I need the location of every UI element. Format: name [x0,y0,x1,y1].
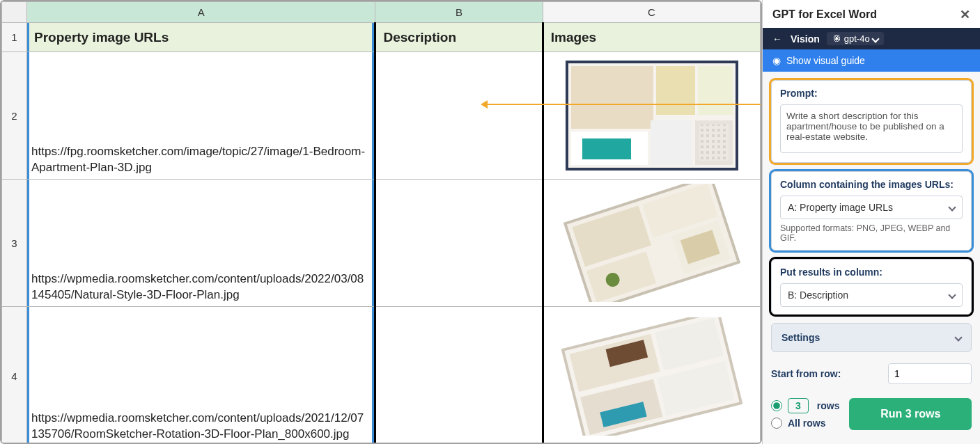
svg-rect-6 [651,120,692,165]
cell-a2[interactable]: https://fpg.roomsketcher.com/image/topic… [27,52,375,180]
output-column-box: Put results in column: B: Description [771,259,972,315]
visual-guide-button[interactable]: ◉ Show visual guide [763,49,980,72]
cell-c2[interactable] [543,52,760,180]
image-column-hint: Supported formats: PNG, JPEG, WEBP and G… [780,223,963,243]
visual-guide-label: Show visual guide [786,55,865,66]
svg-rect-1 [571,66,653,129]
model-name: gpt-4o [844,33,870,44]
header-cell-c1[interactable]: Images [543,23,760,52]
cell-a3[interactable]: https://wpmedia.roomsketcher.com/content… [27,180,375,307]
header-cell-a1[interactable]: Property image URLs [27,23,375,52]
col-header-c[interactable]: C [543,2,760,23]
prompt-label: Prompt: [780,88,963,99]
chevron-down-icon [948,203,956,211]
all-rows-radio[interactable]: All rows [771,418,839,429]
spreadsheet[interactable]: A B C 1 Property image URLs Description … [0,0,762,444]
select-all-corner[interactable] [2,2,27,23]
n-rows-radio[interactable]: 3 rows [771,398,839,413]
settings-accordion[interactable]: Settings [771,323,972,352]
cell-b3[interactable] [375,180,543,307]
cell-b4[interactable] [375,307,543,445]
model-selector[interactable]: ֎ gpt-4o [827,32,884,45]
settings-label: Settings [781,332,820,343]
row-header-4[interactable]: 4 [2,307,27,445]
eye-icon: ◉ [772,55,781,66]
svg-rect-8 [699,125,729,161]
panel-section: Vision [791,33,820,45]
row-header-1[interactable]: 1 [2,23,27,52]
prompt-box: Prompt: [771,80,972,163]
image-column-select[interactable]: A: Property image URLs [780,196,963,219]
close-icon[interactable]: ✕ [960,7,970,22]
floorplan-image [561,317,742,436]
start-row-label: Start from row: [771,368,841,379]
output-column-label: Put results in column: [780,267,963,278]
col-header-a[interactable]: A [27,2,375,23]
cell-c3[interactable] [543,180,760,307]
prompt-textarea[interactable] [780,104,963,153]
image-column-box: Column containing the images URLs: A: Pr… [771,171,972,251]
image-column-value: A: Property image URLs [788,202,893,213]
run-button[interactable]: Run 3 rows [849,398,972,430]
all-rows-label: All rows [788,418,825,429]
chevron-down-icon [871,35,879,42]
column-header-row: A B C [2,2,761,23]
model-logo-icon: ֎ [832,33,841,44]
annotation-arrow [482,104,762,105]
col-header-b[interactable]: B [375,2,543,23]
output-column-select[interactable]: B: Description [780,283,963,307]
start-row-input[interactable] [888,363,972,384]
back-icon[interactable]: ← [771,33,784,45]
image-column-label: Column containing the images URLs: [780,179,963,190]
svg-rect-3 [698,66,733,115]
cell-a4[interactable]: https://wpmedia.roomsketcher.com/content… [27,307,375,445]
svg-rect-5 [582,138,631,159]
row-header-3[interactable]: 3 [2,180,27,307]
n-rows-value: 3 [788,398,809,413]
header-cell-b1[interactable]: Description [375,23,543,52]
cell-b2[interactable] [375,52,543,180]
row-header-2[interactable]: 2 [2,52,27,180]
output-column-value: B: Description [788,290,848,301]
chevron-down-icon [948,291,956,299]
cell-c4[interactable] [543,307,760,445]
floorplan-image [561,56,742,175]
rows-word: rows [817,400,840,411]
addin-panel: GPT for Excel Word ✕ ← Vision ֎ gpt-4o ◉… [762,0,980,444]
panel-title: GPT for Excel Word [772,8,877,21]
svg-rect-2 [656,66,695,115]
chevron-down-icon [954,333,962,341]
floorplan-image [561,184,742,302]
